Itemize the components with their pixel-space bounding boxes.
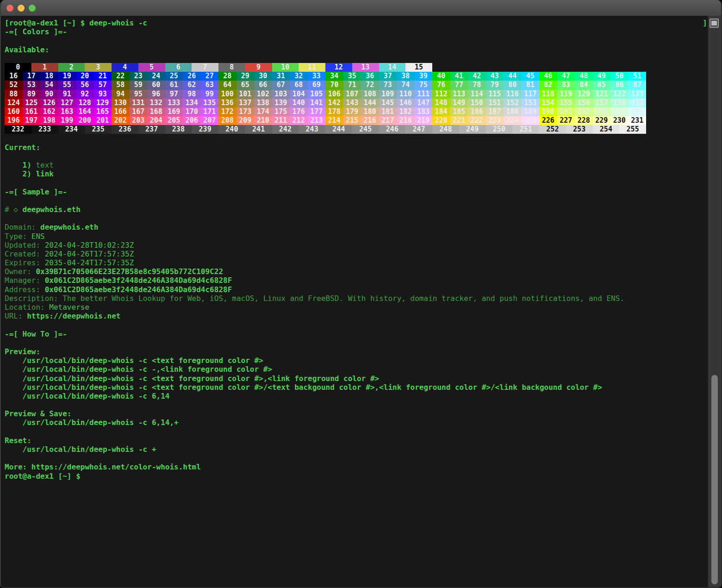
color-cell-175: 175 [272,107,290,116]
color-cell-210: 210 [254,116,272,125]
color-cell-242: 242 [272,125,299,134]
prompt-line: [root@a-dex1 [~] $ deep-whois -c] [5,19,708,27]
text-segment: 2024-04-28T10:02:23Z [45,241,134,250]
color-cell-167: 167 [130,107,148,116]
text-segment: Expires: [5,258,45,267]
color-palette: 0123456789101112131415161718192021222324… [5,63,708,134]
prompt-line-end: root@a-dex1 [~] $ [5,472,708,481]
text-segment: Reset: [5,436,31,445]
color-cell-3: 3 [85,63,112,72]
field-owner: Owner: 0x39B71c705066E23E27B58e8c95405b7… [5,267,708,276]
color-cell-18: 18 [40,72,58,81]
color-cell-84: 84 [575,81,593,89]
terminal-blank-line [5,214,708,223]
color-cell-60: 60 [147,81,165,89]
close-button[interactable] [6,5,13,12]
text-segment: -=[ Colors ]=- [5,27,67,36]
scrollbar-track[interactable] [707,16,721,587]
preview-label: Preview: [5,347,708,356]
color-cell-223: 223 [486,116,504,125]
color-cell-78: 78 [468,81,486,89]
color-cell-157: 157 [593,99,611,107]
color-cell-158: 158 [610,99,629,107]
section-sample-header: -=[ Sample ]=- [5,188,708,196]
color-cell-128: 128 [76,99,94,107]
color-cell-205: 205 [165,116,183,125]
color-cell-163: 163 [58,107,76,116]
text-segment: Domain: [5,223,40,231]
text-segment [5,169,23,178]
split-pane-button[interactable] [710,19,719,28]
color-cell-198: 198 [40,116,58,125]
color-cell-82: 82 [539,81,557,89]
text-segment: link [36,169,54,178]
color-cell-143: 143 [343,99,361,107]
color-cell-248: 248 [432,125,459,134]
color-cell-231: 231 [629,116,647,125]
preview-cmd-5: /usr/local/bin/deep-whois -c 6,14 [5,392,708,400]
color-cell-6: 6 [165,63,192,72]
field-description: Description: The better Whois Lookup for… [5,294,708,303]
color-cell-220: 220 [432,116,450,125]
color-cell-54: 54 [40,81,58,89]
text-segment: deepwhois.eth [40,223,98,231]
color-cell-87: 87 [629,81,647,89]
color-cell-2: 2 [58,63,85,72]
preview-cmd-4: /usr/local/bin/deep-whois -c <text foreg… [5,383,708,392]
color-cell-25: 25 [165,72,183,81]
color-cell-66: 66 [254,81,272,89]
reset-cmd: /usr/local/bin/deep-whois -c + [5,445,708,454]
palette-row: 0123456789101112131415 [5,63,708,72]
terminal-window: [root@a-dex1 [~] $ deep-whois -c]-=[ Col… [0,0,722,588]
color-cell-55: 55 [58,81,76,89]
color-cell-227: 227 [557,116,575,125]
color-cell-132: 132 [147,99,165,107]
text-segment: Address: [5,285,45,294]
color-cell-159: 159 [629,99,647,107]
terminal-blank-line [5,178,708,187]
minimize-button[interactable] [18,5,25,12]
color-cell-244: 244 [325,125,352,134]
color-cell-94: 94 [112,90,130,99]
text-segment: Preview: [5,347,40,356]
color-cell-252: 252 [539,125,566,134]
color-cell-76: 76 [432,81,450,89]
color-cell-72: 72 [361,81,379,89]
terminal-blank-line [5,196,708,205]
terminal-blank-line [5,54,708,63]
scrollbar-thumb[interactable] [711,375,718,584]
color-cell-182: 182 [397,107,415,116]
color-cell-115: 115 [486,90,504,99]
text-segment: /usr/local/bin/deep-whois -c + [5,445,156,454]
text-segment: -=[ How To ]=- [5,330,67,338]
color-cell-40: 40 [432,72,450,81]
text-segment: 0x061C2D865aebe3f2448de246A384Da69d4c682… [45,276,232,285]
current-item-text: 1) text [5,161,708,169]
color-cell-130: 130 [112,99,130,107]
palette-row: 5253545556575859606162636465666768697071… [5,81,708,89]
color-cell-26: 26 [183,72,201,81]
color-cell-116: 116 [504,90,522,99]
color-cell-239: 239 [192,125,218,134]
color-cell-107: 107 [343,90,361,99]
color-cell-226: 226 [539,116,557,125]
color-cell-112: 112 [432,90,450,99]
terminal-blank-line [5,427,708,436]
color-cell-230: 230 [610,116,629,125]
color-cell-176: 176 [290,107,308,116]
terminal-blank-line [5,320,708,329]
color-cell-181: 181 [379,107,397,116]
color-cell-214: 214 [325,116,343,125]
section-colors-header: -=[ Colors ]=- [5,27,708,36]
color-cell-69: 69 [308,81,326,89]
color-cell-237: 237 [138,125,165,134]
text-segment: /usr/local/bin/deep-whois -c 6,14,+ [5,418,179,427]
text-segment: root@a-dex1 [~] $ [5,472,81,481]
maximize-button[interactable] [29,5,36,12]
color-cell-111: 111 [415,90,433,99]
sample-domain-title: # ◇ deepwhois.eth [5,205,708,214]
color-cell-88: 88 [5,90,23,99]
color-cell-92: 92 [76,90,94,99]
color-cell-207: 207 [201,116,219,125]
color-cell-100: 100 [218,90,237,99]
